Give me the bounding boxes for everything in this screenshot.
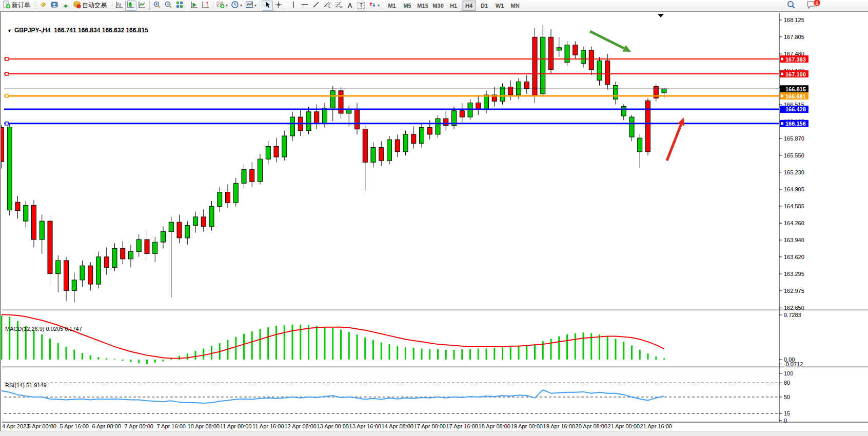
timeframe-button-W1[interactable]: W1 (492, 1, 507, 11)
timeframe-button-M30[interactable]: M30 (431, 1, 445, 11)
svg-text:E: E (328, 5, 330, 8)
zoom-out-button[interactable] (163, 1, 174, 11)
svg-text:80: 80 (784, 380, 790, 386)
svg-text:14 Apr 08:00: 14 Apr 08:00 (382, 423, 413, 429)
timeframe-button-M1[interactable]: M1 (385, 1, 399, 11)
community-button[interactable] (49, 1, 60, 11)
notification-badge: 1 (813, 0, 821, 7)
periods-button[interactable]: ▾ (229, 1, 244, 11)
timeframe-button-D1[interactable]: D1 (477, 1, 491, 11)
toolbar-right-group: 1 (785, 0, 818, 11)
bar-chart-icon (115, 1, 124, 11)
macd-name: MACD(12,26,9) (5, 326, 44, 332)
svg-text:15: 15 (784, 410, 790, 417)
timeframe-button-H1[interactable]: H1 (446, 1, 461, 11)
new-order-button[interactable]: 新订单 (1, 1, 33, 11)
timeframe-button-M15[interactable]: M15 (416, 1, 430, 11)
cursor-icon (263, 1, 271, 11)
chevron-down-icon: ▾ (226, 4, 228, 8)
auto-trading-icon (73, 1, 81, 11)
toolbar-separator (187, 1, 187, 10)
text-label-tool-button[interactable]: T (356, 1, 367, 11)
chart-canvas[interactable]: 168.125167.805167.480167.160166.840166.5… (1, 12, 868, 431)
window-menu-icon[interactable]: ▼ (7, 28, 12, 33)
signals-icon (62, 1, 70, 11)
tile-windows-button[interactable] (174, 1, 185, 11)
svg-text:50: 50 (784, 394, 790, 400)
text-tool-button[interactable]: A (344, 1, 356, 11)
vertical-line-tool-button[interactable] (288, 1, 299, 11)
toolbar-grip[interactable] (34, 2, 36, 10)
svg-text:13 Apr 16:00: 13 Apr 16:00 (349, 423, 381, 429)
line-chart-mode-button[interactable] (136, 1, 148, 11)
price-tag-166.156: 166.156 (780, 120, 808, 127)
svg-text:168.125: 168.125 (784, 17, 804, 23)
svg-text:20 Apr 08:00: 20 Apr 08:00 (576, 423, 607, 429)
templates-button[interactable]: ▾ (244, 1, 258, 11)
fibonacci-tool-button[interactable]: F (333, 1, 344, 11)
toolbar-separator (213, 1, 213, 10)
text-tool-icon: A (348, 2, 352, 9)
svg-text:165.230: 165.230 (784, 169, 804, 175)
metaeditor-button[interactable] (37, 1, 49, 11)
rsi-value: 51.9149 (26, 382, 47, 388)
zoom-in-button[interactable] (151, 1, 163, 11)
signals-button[interactable] (60, 1, 71, 11)
price-tag-167.383: 167.383 (780, 55, 808, 63)
svg-text:164.260: 164.260 (784, 220, 804, 226)
svg-text:162.975: 162.975 (784, 288, 804, 294)
svg-text:100: 100 (784, 370, 793, 376)
horizontal-line-icon (301, 1, 309, 11)
toolbar-separator (149, 1, 150, 10)
toolbar-grip[interactable] (110, 2, 113, 10)
channel-tool-button[interactable]: E (322, 1, 333, 11)
search-button[interactable] (785, 1, 797, 11)
tile-windows-icon (175, 1, 184, 11)
text-label-icon: T (358, 2, 365, 9)
timeframe-toolbar: M1M5M15M30H1H4D1W1MN (385, 1, 522, 11)
svg-text:163.940: 163.940 (784, 237, 804, 243)
svg-text:0: 0 (784, 418, 787, 424)
svg-text:164.585: 164.585 (784, 203, 804, 209)
timeframe-button-H4[interactable]: H4 (462, 1, 476, 11)
chart-title: ▼GBPJPY-,H4 166.741 166.834 166.632 166.… (7, 27, 148, 34)
chart-shift-button[interactable] (200, 1, 211, 11)
auto-trading-button[interactable]: 自动交易 (71, 1, 109, 11)
window-bottom-strip (0, 431, 868, 436)
macd-indicator-label: MACD(12,26,9) 0.0205 0.1747 (5, 326, 82, 332)
cursor-tool-button[interactable] (262, 1, 273, 11)
new-order-icon (3, 1, 11, 11)
auto-scroll-icon (190, 1, 199, 11)
svg-text:19 Apr 00:00: 19 Apr 00:00 (511, 423, 543, 429)
svg-text:4 Apr 2023: 4 Apr 2023 (2, 423, 29, 429)
timeframe-button-M5[interactable]: M5 (400, 1, 415, 11)
bar-chart-mode-button[interactable] (114, 1, 125, 11)
candlestick-icon (127, 1, 135, 11)
timeframe-button-MN[interactable]: MN (508, 1, 522, 11)
vertical-line-icon (289, 1, 298, 11)
indicators-button[interactable]: ▾ (215, 1, 229, 11)
trendline-icon (312, 1, 320, 11)
arrows-tool-button[interactable]: ▾ (367, 1, 381, 11)
price-tag-167.100: 167.100 (780, 70, 808, 77)
svg-text:7 Apr 16:00: 7 Apr 16:00 (157, 423, 186, 429)
svg-text:21 Apr 16:00: 21 Apr 16:00 (640, 423, 672, 429)
crosshair-tool-button[interactable] (273, 1, 284, 11)
price-tag-166.681: 166.681 (780, 92, 808, 100)
toolbar: 新订单 自动交易 ▾ ▾ ▾ E F A T ▾ (0, 0, 868, 11)
auto-scroll-button[interactable] (189, 1, 200, 11)
crosshair-icon (274, 1, 283, 11)
rsi-indicator-label: RSI(14) 51.9149 (5, 382, 47, 388)
svg-text:17 Apr 16:00: 17 Apr 16:00 (446, 423, 478, 429)
date-axis: 4 Apr 20235 Apr 00:005 Apr 16:006 Apr 08… (2, 423, 672, 429)
notifications-button[interactable]: 1 (804, 1, 818, 11)
candlestick-mode-button[interactable] (125, 1, 136, 11)
channel-icon: E (323, 1, 331, 11)
horizontal-line-tool-button[interactable] (299, 1, 310, 11)
trendline-tool-button[interactable] (310, 1, 322, 11)
auto-trading-label: 自动交易 (82, 1, 108, 10)
svg-text:166.681: 166.681 (785, 93, 806, 100)
chart-ohlc-readout: 166.741 166.834 166.632 166.815 (54, 27, 148, 34)
svg-text:166.428: 166.428 (785, 106, 806, 112)
mt4-terminal-window: 新订单 自动交易 ▾ ▾ ▾ E F A T ▾ (0, 0, 868, 436)
